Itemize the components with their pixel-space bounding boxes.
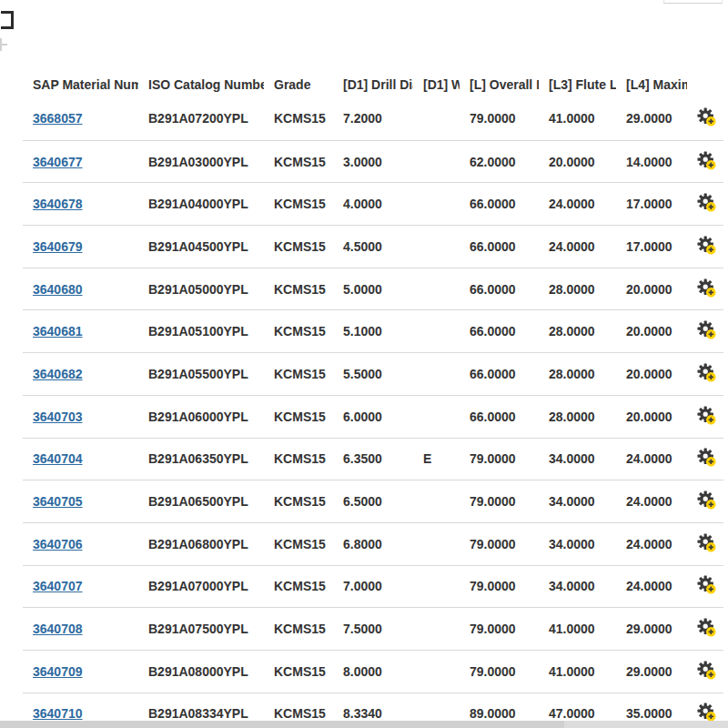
cell-drill-diameter: 7.5000 bbox=[333, 622, 413, 636]
cell-row-actions bbox=[687, 236, 723, 258]
table-row: 3640678 B291A04000YPL KCMS15 4.0000 66.0… bbox=[23, 182, 723, 225]
cell-flute-length: 41.0000 bbox=[539, 111, 616, 126]
cell-max-drilling-depth: 20.0000 bbox=[616, 324, 687, 339]
sap-material-number-link[interactable]: 3668057 bbox=[33, 111, 83, 126]
table-row: 3640681 B291A05100YPL KCMS15 5.1000 66.0… bbox=[23, 309, 723, 352]
add-to-list-gear-button[interactable] bbox=[697, 151, 716, 170]
cell-row-actions bbox=[687, 151, 723, 173]
add-to-list-gear-button[interactable] bbox=[697, 533, 716, 552]
cell-iso-catalog-number: B291A06800YPL bbox=[138, 537, 264, 551]
cell-grade: KCMS15 bbox=[264, 494, 333, 509]
cell-overall-length: 79.0000 bbox=[460, 111, 539, 126]
add-to-list-gear-button[interactable] bbox=[697, 236, 716, 255]
gear-plus-icon bbox=[697, 363, 716, 382]
add-to-list-gear-button[interactable] bbox=[697, 107, 716, 126]
add-to-list-gear-button[interactable] bbox=[697, 661, 716, 680]
cell-sap-material-number: 3640678 bbox=[23, 197, 138, 211]
cell-row-actions bbox=[687, 661, 723, 682]
cell-max-drilling-depth: 17.0000 bbox=[616, 239, 687, 254]
cell-sap-material-number: 3640710 bbox=[23, 706, 138, 721]
sap-material-number-link[interactable]: 3640679 bbox=[33, 239, 83, 254]
cell-max-drilling-depth: 29.0000 bbox=[616, 622, 687, 636]
cell-flute-length: 24.0000 bbox=[539, 239, 616, 254]
cell-iso-catalog-number: B291A06000YPL bbox=[138, 410, 264, 424]
add-to-list-gear-button[interactable] bbox=[697, 703, 716, 722]
sap-material-number-link[interactable]: 3640678 bbox=[33, 197, 83, 211]
add-to-list-gear-button[interactable] bbox=[697, 406, 716, 425]
product-table: SAP Material Number ISO Catalog Number G… bbox=[23, 27, 723, 728]
cell-overall-length: 79.0000 bbox=[460, 537, 539, 551]
cell-sap-material-number: 3640681 bbox=[23, 324, 138, 339]
gear-plus-icon bbox=[697, 533, 716, 552]
sap-material-number-link[interactable]: 3640704 bbox=[33, 451, 83, 466]
cell-max-drilling-depth: 24.0000 bbox=[616, 494, 687, 509]
cell-flute-length: 28.0000 bbox=[539, 324, 616, 339]
add-to-list-gear-button[interactable] bbox=[697, 448, 716, 467]
cell-grade: KCMS15 bbox=[264, 664, 333, 679]
col-header-grade: Grade bbox=[264, 76, 333, 97]
cell-sap-material-number: 3640682 bbox=[23, 367, 138, 381]
add-to-list-gear-button[interactable] bbox=[697, 278, 716, 298]
gear-plus-icon bbox=[697, 618, 716, 637]
add-to-list-gear-button[interactable] bbox=[697, 618, 716, 637]
scrollbar-thumb[interactable] bbox=[0, 721, 564, 728]
gear-plus-icon bbox=[697, 151, 716, 170]
sap-material-number-link[interactable]: 3640705 bbox=[33, 494, 83, 509]
gear-plus-icon bbox=[697, 107, 716, 126]
cell-overall-length: 66.0000 bbox=[460, 197, 539, 211]
cell-grade: KCMS15 bbox=[264, 155, 333, 169]
cell-overall-length: 79.0000 bbox=[460, 622, 539, 636]
cell-drill-diameter: 6.3500 bbox=[333, 451, 413, 466]
add-to-list-gear-button[interactable] bbox=[697, 490, 716, 510]
cell-sap-material-number: 3640680 bbox=[23, 282, 138, 297]
cell-grade: KCMS15 bbox=[264, 579, 333, 593]
add-to-list-gear-button[interactable] bbox=[697, 363, 716, 382]
cell-flute-length: 20.0000 bbox=[539, 155, 616, 169]
cell-wire-size: E bbox=[413, 451, 460, 466]
cell-max-drilling-depth: 29.0000 bbox=[616, 111, 687, 126]
cell-drill-diameter: 7.2000 bbox=[333, 111, 413, 126]
cell-row-actions bbox=[687, 278, 723, 300]
cell-sap-material-number: 3640706 bbox=[23, 537, 138, 551]
sap-material-number-link[interactable]: 3640706 bbox=[33, 537, 83, 551]
gear-plus-icon bbox=[697, 193, 716, 212]
plus-cursor-icon bbox=[0, 38, 7, 51]
col-header-flute-length: [L3] Flute Length bbox=[539, 76, 616, 97]
cell-overall-length: 66.0000 bbox=[460, 367, 539, 381]
cell-flute-length: 28.0000 bbox=[539, 367, 616, 381]
horizontal-scrollbar[interactable] bbox=[0, 721, 728, 728]
col-header-wire-size: [D1] Wire Size bbox=[413, 76, 460, 97]
cell-flute-length: 34.0000 bbox=[539, 537, 616, 551]
add-to-list-gear-button[interactable] bbox=[697, 575, 716, 594]
cell-iso-catalog-number: B291A08000YPL bbox=[138, 664, 264, 679]
sap-material-number-link[interactable]: 3640681 bbox=[33, 324, 83, 339]
cell-iso-catalog-number: B291A04500YPL bbox=[138, 239, 264, 254]
cell-sap-material-number: 3640705 bbox=[23, 494, 138, 509]
add-to-list-gear-button[interactable] bbox=[697, 320, 716, 339]
sap-material-number-link[interactable]: 3640677 bbox=[33, 155, 83, 169]
sap-material-number-link[interactable]: 3640707 bbox=[33, 579, 83, 593]
cell-iso-catalog-number: B291A03000YPL bbox=[138, 155, 264, 169]
cell-grade: KCMS15 bbox=[264, 451, 333, 466]
cell-drill-diameter: 6.8000 bbox=[333, 537, 413, 551]
cell-drill-diameter: 6.5000 bbox=[333, 494, 413, 509]
sap-material-number-link[interactable]: 3640682 bbox=[33, 367, 83, 381]
cell-sap-material-number: 3640704 bbox=[23, 451, 138, 466]
sap-material-number-link[interactable]: 3640710 bbox=[33, 706, 83, 721]
cell-row-actions bbox=[687, 575, 723, 597]
cell-max-drilling-depth: 29.0000 bbox=[616, 664, 687, 679]
cell-iso-catalog-number: B291A06350YPL bbox=[138, 451, 264, 466]
table-row: 3640680 B291A05000YPL KCMS15 5.0000 66.0… bbox=[23, 268, 723, 310]
sap-material-number-link[interactable]: 3640708 bbox=[33, 622, 83, 636]
cell-drill-diameter: 4.5000 bbox=[333, 239, 413, 254]
gear-plus-icon bbox=[697, 236, 716, 255]
add-to-list-gear-button[interactable] bbox=[697, 193, 716, 212]
sap-material-number-link[interactable]: 3640680 bbox=[33, 282, 83, 297]
sap-material-number-link[interactable]: 3640709 bbox=[33, 664, 83, 679]
table-row: 3668057 B291A07200YPL KCMS15 7.2000 79.0… bbox=[23, 97, 723, 140]
cell-grade: KCMS15 bbox=[264, 537, 333, 551]
sap-material-number-link[interactable]: 3640703 bbox=[33, 410, 83, 424]
cell-row-actions bbox=[687, 193, 723, 215]
cell-sap-material-number: 3668057 bbox=[23, 111, 138, 126]
col-header-iso-catalog-number: ISO Catalog Number bbox=[138, 76, 264, 97]
